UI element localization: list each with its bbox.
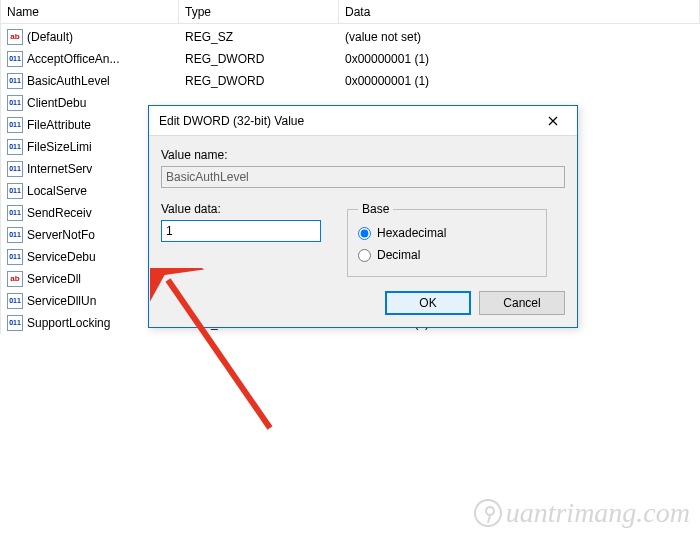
row-data: 0x00000001 (1) bbox=[339, 48, 700, 70]
string-value-icon bbox=[7, 29, 23, 45]
row-type: REG_DWORD bbox=[179, 70, 339, 92]
close-button[interactable] bbox=[535, 109, 571, 133]
table-row[interactable]: AcceptOfficeAn...REG_DWORD0x00000001 (1) bbox=[1, 48, 700, 70]
table-row[interactable]: BasicAuthLevelREG_DWORD0x00000001 (1) bbox=[1, 70, 700, 92]
radio-hex-input[interactable] bbox=[358, 227, 371, 240]
cancel-button[interactable]: Cancel bbox=[479, 291, 565, 315]
row-name: ServiceDll bbox=[27, 268, 81, 290]
radio-hex[interactable]: Hexadecimal bbox=[358, 222, 536, 244]
row-type: REG_DWORD bbox=[179, 48, 339, 70]
row-name: SendReceiv bbox=[27, 202, 92, 224]
col-header-name[interactable]: Name bbox=[1, 0, 179, 23]
edit-dword-dialog: Edit DWORD (32-bit) Value Value name: Va… bbox=[148, 105, 578, 328]
binary-value-icon bbox=[7, 73, 23, 89]
watermark-icon bbox=[474, 499, 502, 527]
binary-value-icon bbox=[7, 51, 23, 67]
radio-hex-label: Hexadecimal bbox=[377, 226, 446, 240]
dialog-titlebar[interactable]: Edit DWORD (32-bit) Value bbox=[149, 106, 577, 136]
row-name: ServiceDebu bbox=[27, 246, 96, 268]
binary-value-icon bbox=[7, 205, 23, 221]
binary-value-icon bbox=[7, 183, 23, 199]
row-name: ServiceDllUn bbox=[27, 290, 96, 312]
radio-dec-label: Decimal bbox=[377, 248, 420, 262]
watermark-text: uantrimang.com bbox=[506, 497, 690, 529]
row-name: AcceptOfficeAn... bbox=[27, 48, 120, 70]
row-name: ServerNotFo bbox=[27, 224, 95, 246]
ok-button[interactable]: OK bbox=[385, 291, 471, 315]
row-name: BasicAuthLevel bbox=[27, 70, 110, 92]
row-data: 0x00000001 (1) bbox=[339, 70, 700, 92]
radio-dec[interactable]: Decimal bbox=[358, 244, 536, 266]
binary-value-icon bbox=[7, 95, 23, 111]
value-data-field[interactable] bbox=[161, 220, 321, 242]
base-group: Base Hexadecimal Decimal bbox=[347, 202, 547, 277]
binary-value-icon bbox=[7, 139, 23, 155]
binary-value-icon bbox=[7, 293, 23, 309]
row-name: FileAttribute bbox=[27, 114, 91, 136]
binary-value-icon bbox=[7, 315, 23, 331]
row-type: REG_SZ bbox=[179, 26, 339, 48]
close-icon bbox=[548, 116, 558, 126]
column-headers: Name Type Data bbox=[1, 0, 700, 24]
watermark: uantrimang.com bbox=[474, 497, 690, 529]
row-name: ClientDebu bbox=[27, 92, 86, 114]
row-name: InternetServ bbox=[27, 158, 92, 180]
binary-value-icon bbox=[7, 117, 23, 133]
col-header-type[interactable]: Type bbox=[179, 0, 339, 23]
row-data: (value not set) bbox=[339, 26, 700, 48]
table-row[interactable]: (Default)REG_SZ(value not set) bbox=[1, 26, 700, 48]
value-data-label: Value data: bbox=[161, 202, 321, 216]
row-name: FileSizeLimi bbox=[27, 136, 92, 158]
row-name: LocalServe bbox=[27, 180, 87, 202]
binary-value-icon bbox=[7, 227, 23, 243]
value-name-field[interactable] bbox=[161, 166, 565, 188]
binary-value-icon bbox=[7, 249, 23, 265]
base-legend: Base bbox=[358, 202, 393, 216]
row-name: (Default) bbox=[27, 26, 73, 48]
value-name-label: Value name: bbox=[161, 148, 565, 162]
row-name: SupportLocking bbox=[27, 312, 110, 334]
radio-dec-input[interactable] bbox=[358, 249, 371, 262]
col-header-data[interactable]: Data bbox=[339, 0, 700, 23]
dialog-title: Edit DWORD (32-bit) Value bbox=[159, 114, 535, 128]
string-value-icon bbox=[7, 271, 23, 287]
binary-value-icon bbox=[7, 161, 23, 177]
